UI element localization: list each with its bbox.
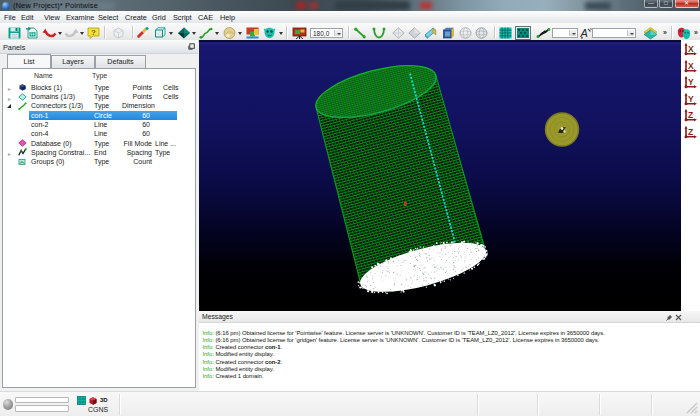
svg-text:Z: Z	[688, 126, 693, 136]
svg-text:X: X	[688, 60, 694, 70]
svg-text:Z: Z	[688, 110, 693, 120]
svg-text:A: A	[580, 27, 588, 39]
svg-text:X: X	[688, 44, 694, 54]
svg-text:Y: Y	[688, 93, 694, 103]
svg-text:Y: Y	[688, 77, 694, 87]
svg-text:?: ?	[91, 28, 96, 37]
